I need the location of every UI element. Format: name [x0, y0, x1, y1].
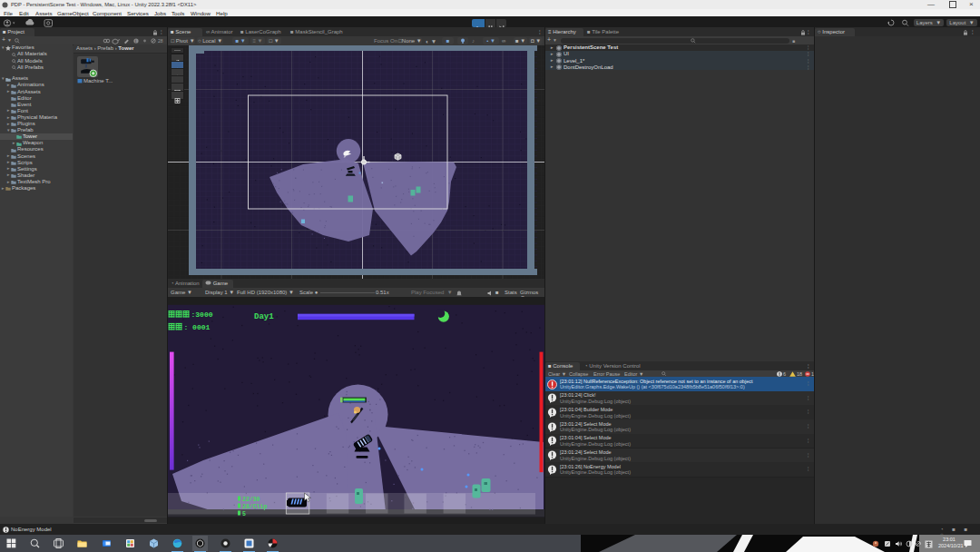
svg-text::3000: :3000 [191, 310, 213, 319]
svg-text:5: 5 [242, 511, 246, 518]
svg-text:28/Clip: 28/Clip [242, 504, 267, 510]
svg-text:28: 28 [158, 38, 163, 44]
svg-text:i: i [135, 39, 136, 44]
svg-text:22/30: 22/30 [242, 497, 260, 503]
svg-text:: 0001: : 0001 [184, 323, 211, 331]
svg-text:Day1: Day1 [254, 312, 274, 321]
